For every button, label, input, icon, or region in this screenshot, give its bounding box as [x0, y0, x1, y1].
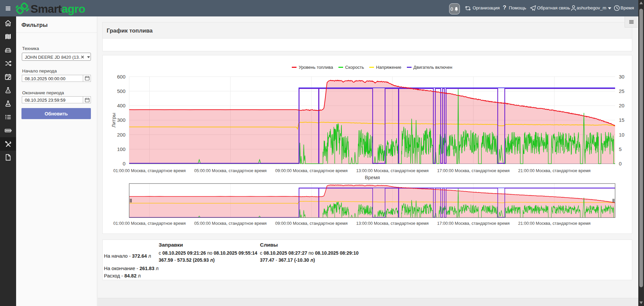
- svg-text:10: 10: [619, 132, 625, 138]
- svg-text:05:00:00 Москва, стандартное в: 05:00:00 Москва, стандартное время: [194, 221, 267, 226]
- svg-text:0: 0: [123, 161, 125, 166]
- svg-text:17:00:00 Москва, стандартное в: 17:00:00 Москва, стандартное время: [437, 221, 509, 226]
- svg-text:500: 500: [117, 88, 125, 94]
- svg-text:100: 100: [117, 146, 125, 152]
- svg-text:30: 30: [619, 74, 625, 80]
- svg-text:13:00:00 Москва, стандартное в: 13:00:00 Москва, стандартное время: [356, 221, 429, 226]
- svg-text:200: 200: [117, 132, 125, 138]
- svg-text:01:00:00 Москва, стандартное в: 01:00:00 Москва, стандартное время: [113, 168, 186, 173]
- svg-text:21:00:00 Москва, стандартное в: 21:00:00 Москва, стандартное время: [518, 168, 591, 173]
- svg-text:15: 15: [619, 117, 625, 123]
- svg-text:09:00:00 Москва, стандартное в: 09:00:00 Москва, стандартное время: [275, 168, 347, 173]
- svg-text:300: 300: [117, 117, 125, 123]
- svg-text:01:00:00 Москва, стандартное в: 01:00:00 Москва, стандартное время: [113, 221, 186, 226]
- svg-text:17:00:00 Москва, стандартное в: 17:00:00 Москва, стандартное время: [437, 168, 509, 173]
- svg-text:400: 400: [117, 103, 125, 108]
- svg-text:20: 20: [619, 103, 625, 108]
- svg-text:09:00:00 Москва, стандартное в: 09:00:00 Москва, стандартное время: [275, 221, 347, 226]
- svg-text:21:00:00 Москва, стандартное в: 21:00:00 Москва, стандартное время: [518, 221, 591, 226]
- svg-text:Время: Время: [365, 174, 380, 180]
- svg-text:05:00:00 Москва, стандартное в: 05:00:00 Москва, стандартное время: [194, 168, 267, 173]
- svg-text:Литры: Литры: [111, 113, 116, 128]
- svg-text:13:00:00 Москва, стандартное в: 13:00:00 Москва, стандартное время: [356, 168, 429, 173]
- svg-text:600: 600: [117, 74, 125, 80]
- svg-text:0: 0: [619, 161, 622, 166]
- svg-text:5: 5: [619, 146, 622, 152]
- svg-text:25: 25: [619, 88, 625, 94]
